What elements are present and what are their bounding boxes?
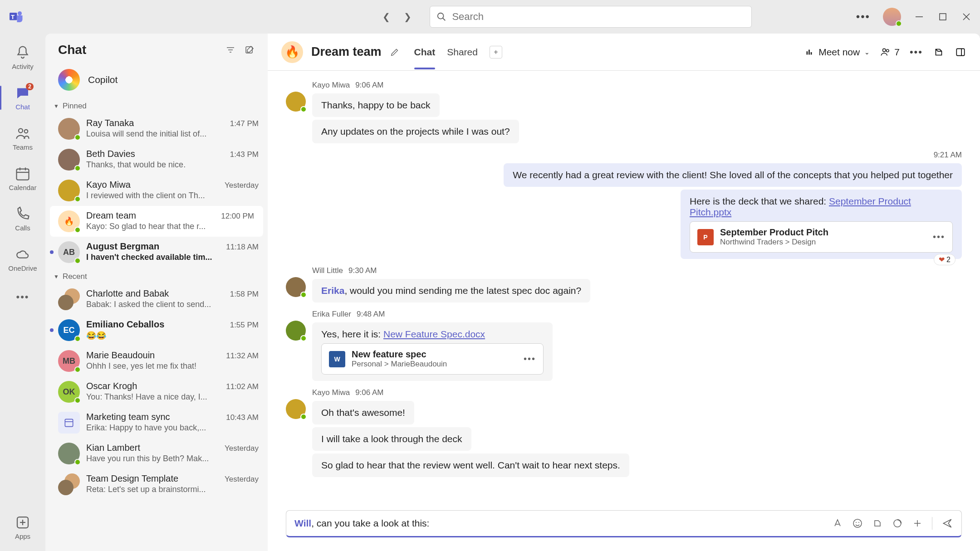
attachment-more[interactable]: ••• xyxy=(933,232,945,242)
meet-now-button[interactable]: Meet now ⌄ xyxy=(804,47,870,58)
chat-time: 1:47 PM xyxy=(230,119,259,128)
chat-name: Kian Lambert xyxy=(86,443,140,453)
nav-forward[interactable]: ❯ xyxy=(404,11,412,22)
message-bubble[interactable]: Thanks, happy to be back xyxy=(312,93,440,117)
attachment-more[interactable]: ••• xyxy=(524,354,536,364)
emoji-icon[interactable] xyxy=(852,518,863,529)
message-bubble[interactable]: So glad to hear that the review went wel… xyxy=(312,453,629,477)
convo-more[interactable]: ••• xyxy=(910,46,923,58)
window-minimize[interactable] xyxy=(914,11,925,22)
chat-name: Oscar Krogh xyxy=(86,381,137,391)
message-bubble[interactable]: We recently had a great review with the … xyxy=(504,163,962,187)
message-bubble[interactable]: Here is the deck that we shared: Septemb… xyxy=(681,190,962,259)
chat-item[interactable]: ABAugust Bergman11:18 AMI haven't checke… xyxy=(45,237,268,268)
chat-item[interactable]: Charlotte and Babak1:58 PMBabak: I asked… xyxy=(45,284,268,315)
chat-name: Team Design Template xyxy=(86,473,178,484)
rail-more[interactable]: ••• xyxy=(0,288,45,306)
chat-name: Marketing team sync xyxy=(86,412,170,422)
tab-shared[interactable]: Shared xyxy=(447,35,478,69)
chat-item[interactable]: Beth Davies1:43 PMThanks, that would be … xyxy=(45,144,268,175)
rail-chat[interactable]: 2 Chat xyxy=(0,82,45,113)
sender-avatar[interactable] xyxy=(286,277,306,297)
calendar-avatar xyxy=(58,412,80,434)
avatar xyxy=(58,149,80,171)
attachment-card[interactable]: W New feature spec Personal > MarieBeaud… xyxy=(321,343,544,375)
participants-button[interactable]: 7 xyxy=(880,46,900,58)
chatlist-title: Chat xyxy=(58,43,225,57)
chat-item[interactable]: Team Design TemplateYesterdayReta: Let's… xyxy=(45,469,268,500)
searchbar[interactable] xyxy=(430,6,752,28)
sender-avatar[interactable] xyxy=(286,399,306,419)
heart-icon: ❤ xyxy=(939,255,945,264)
add-icon[interactable] xyxy=(912,518,923,529)
svg-rect-26 xyxy=(811,52,812,55)
search-input[interactable] xyxy=(452,11,745,23)
message-bubble[interactable]: Erika, would you mind sending me the lat… xyxy=(312,279,590,302)
chat-name: Beth Davies xyxy=(86,149,135,159)
window-close[interactable] xyxy=(961,11,972,22)
section-recent[interactable]: ▼ Recent xyxy=(45,268,268,284)
nav-back[interactable]: ❮ xyxy=(382,11,390,22)
send-icon[interactable] xyxy=(941,517,953,529)
chat-preview: You: Thanks! Have a nice day, I... xyxy=(86,392,259,402)
sender-avatar[interactable] xyxy=(286,321,306,341)
chevron-down-icon: ▼ xyxy=(54,273,59,280)
reaction-badge[interactable]: ❤2 xyxy=(934,254,956,265)
sender-avatar[interactable] xyxy=(286,92,306,112)
message-bubble[interactable]: Any updates on the projects while I was … xyxy=(312,120,519,143)
window-maximize[interactable] xyxy=(937,11,948,22)
rail-calendar[interactable]: Calendar xyxy=(0,163,45,194)
new-chat-icon[interactable] xyxy=(244,44,255,55)
chat-time: Yesterday xyxy=(225,444,259,453)
phone-icon xyxy=(15,206,31,222)
tab-chat[interactable]: Chat xyxy=(414,35,436,69)
rail-calls[interactable]: Calls xyxy=(0,203,45,234)
chat-item[interactable]: OKOscar Krogh11:02 AMYou: Thanks! Have a… xyxy=(45,376,268,407)
chat-item[interactable]: Ray Tanaka1:47 PMLouisa will send the in… xyxy=(45,113,268,144)
attachment-card[interactable]: P September Product Pitch Northwind Trad… xyxy=(690,221,953,253)
rail-teams[interactable]: Teams xyxy=(0,122,45,154)
open-pane-icon[interactable] xyxy=(955,46,966,58)
chat-item[interactable]: ECEmiliano Ceballos1:55 PM😂😂 xyxy=(45,315,268,346)
chat-time: Yesterday xyxy=(225,181,259,190)
chat-item[interactable]: MBMarie Beaudouin11:32 AMOhhh I see, yes… xyxy=(45,346,268,376)
message-bubble[interactable]: Oh that's awesome! xyxy=(312,401,414,424)
user-avatar[interactable] xyxy=(883,8,901,26)
chat-item[interactable]: 🔥Dream team12:00 PMKayo: So glad to hear… xyxy=(50,206,263,237)
convo-title: Dream team xyxy=(311,45,382,59)
filter-icon[interactable] xyxy=(225,44,236,55)
chat-name: Ray Tanaka xyxy=(86,118,134,128)
chat-item[interactable]: Marketing team sync10:43 AMErika: Happy … xyxy=(45,407,268,438)
rail-activity[interactable]: Activity xyxy=(0,42,45,73)
format-icon[interactable] xyxy=(832,518,843,529)
svg-rect-11 xyxy=(17,169,29,180)
chat-item[interactable]: Kayo MiwaYesterdayI reviewed with the cl… xyxy=(45,175,268,206)
section-pinned[interactable]: ▼ Pinned xyxy=(45,97,268,113)
powerpoint-icon: P xyxy=(697,229,714,245)
message-group-self: 9:21 AM We recently had a great review w… xyxy=(286,151,962,259)
message-bubble[interactable]: Yes, here it is: New Feature Spec.docx W… xyxy=(312,322,553,381)
copilot-header-icon[interactable] xyxy=(933,46,945,58)
rail-apps[interactable]: Apps xyxy=(15,512,31,543)
chat-name: Marie Beaudouin xyxy=(86,350,155,361)
chat-time: Yesterday xyxy=(225,475,259,484)
message-composer[interactable]: Will, can you take a look at this: xyxy=(286,510,962,537)
composer-input[interactable]: Will, can you take a look at this: xyxy=(294,518,827,529)
message-group: Kayo Miwa9:06 AM Oh that's awesome! I wi… xyxy=(286,388,962,477)
file-link[interactable]: New Feature Spec.docx xyxy=(383,329,485,339)
convo-header: 🔥 Dream team Chat Shared + Meet now ⌄ 7 … xyxy=(268,34,980,71)
rail-onedrive[interactable]: OneDrive xyxy=(0,244,45,275)
video-icon xyxy=(804,47,814,57)
message-bubble[interactable]: I will take a look through the deck xyxy=(312,427,471,451)
copilot-item[interactable]: Copilot xyxy=(45,63,268,97)
chat-item[interactable]: Kian LambertYesterdayHave you run this b… xyxy=(45,438,268,469)
loop-icon[interactable] xyxy=(892,518,903,529)
add-tab-button[interactable]: + xyxy=(490,46,502,59)
message-group: Erika Fuller9:48 AM Yes, here it is: New… xyxy=(286,310,962,381)
more-settings[interactable]: ••• xyxy=(856,10,870,23)
bell-icon xyxy=(15,44,31,61)
chat-time: 12:00 PM xyxy=(221,212,254,221)
edit-icon[interactable] xyxy=(390,47,400,57)
copilot-compose-icon[interactable] xyxy=(872,518,883,529)
titlebar: T ❮ ❯ ••• xyxy=(0,0,980,34)
